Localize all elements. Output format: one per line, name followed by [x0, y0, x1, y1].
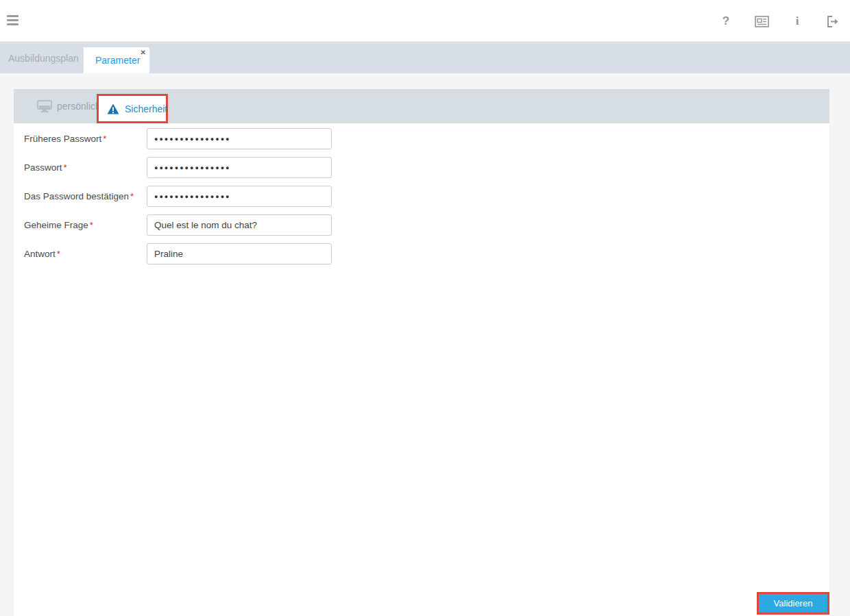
tab-ausbildungsplan[interactable]: Ausbildungsplan	[8, 43, 79, 73]
security-form: Früheres Passwort* Passwort* Das Passwor…	[24, 128, 819, 272]
tab-parameter-label: Parameter	[95, 55, 140, 66]
required-marker: *	[130, 191, 134, 201]
required-marker: *	[90, 220, 93, 230]
subtab-sicherheit-label: Sicherheit	[125, 103, 167, 114]
subtab-sicherheit[interactable]: Sicherheit	[97, 94, 168, 123]
required-marker: *	[57, 249, 60, 259]
validate-highlight-box: Validieren	[757, 592, 829, 615]
confirm-password-label: Das Password bestätigen*	[24, 191, 134, 201]
subtab-header: persönlich Sicherheit	[14, 89, 829, 123]
topbar-actions: ? i	[718, 0, 840, 42]
password-field[interactable]	[147, 157, 332, 178]
previous-password-label: Früheres Passwort*	[24, 134, 106, 144]
help-icon[interactable]: ?	[718, 14, 733, 29]
subtab-persoenlich-label: persönlich	[57, 101, 101, 112]
hamburger-menu-icon[interactable]	[7, 15, 19, 26]
info-icon[interactable]: i	[790, 14, 805, 29]
form-row-answer: Antwort*	[24, 243, 819, 264]
secret-question-field[interactable]	[147, 214, 332, 236]
confirm-password-field[interactable]	[147, 186, 332, 207]
close-icon[interactable]: ✕	[141, 49, 146, 56]
form-row-password: Passwort*	[24, 157, 819, 178]
logout-icon[interactable]	[825, 14, 840, 29]
tab-bar: Ausbildungsplan Parameter ✕	[0, 43, 850, 73]
form-row-confirm-password: Das Password bestätigen*	[24, 186, 819, 207]
validate-button[interactable]: Validieren	[759, 594, 827, 613]
previous-password-field[interactable]	[147, 128, 332, 149]
topbar: ? i	[0, 0, 850, 42]
news-icon[interactable]	[754, 14, 769, 29]
secret-question-label: Geheime Frage*	[24, 220, 93, 230]
required-marker: *	[103, 134, 106, 144]
answer-field[interactable]	[147, 243, 332, 264]
warning-triangle-icon	[107, 103, 119, 114]
subtab-persoenlich[interactable]: persönlich	[32, 89, 106, 123]
required-marker: *	[64, 162, 67, 173]
password-label: Passwort*	[24, 162, 67, 173]
monitor-icon	[37, 100, 52, 112]
parameter-panel: persönlich Sicherheit Früheres Passwort*	[14, 89, 829, 616]
form-row-secret-question: Geheime Frage*	[24, 214, 819, 236]
answer-label: Antwort*	[24, 249, 60, 259]
tab-parameter[interactable]: Parameter ✕	[84, 47, 149, 73]
form-row-previous-password: Früheres Passwort*	[24, 128, 819, 149]
page-background: persönlich Sicherheit Früheres Passwort*	[0, 73, 850, 616]
